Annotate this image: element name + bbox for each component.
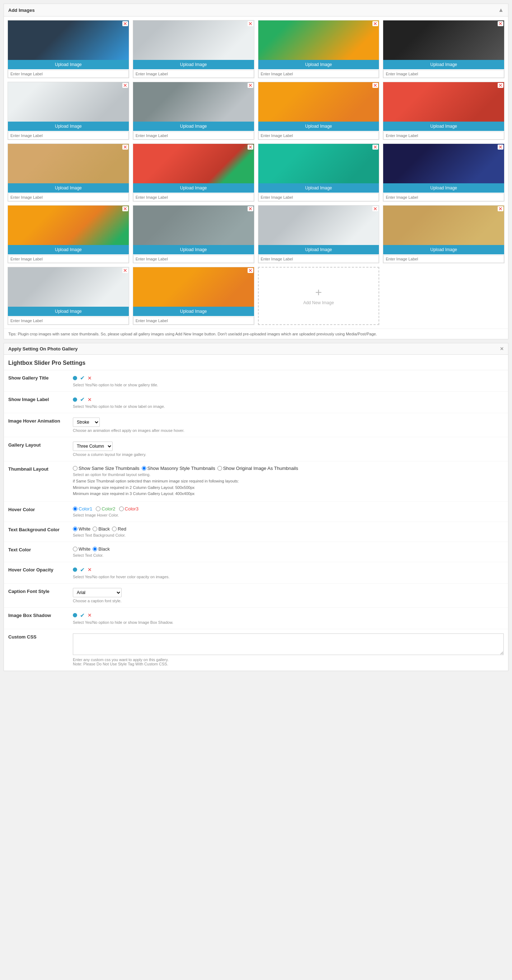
remove-image-button[interactable]: ✕ [248,21,253,26]
settings-select[interactable]: ArialGeorgiaVerdanaTimes New Roman [73,588,122,597]
remove-image-button[interactable]: ✕ [372,145,378,150]
thumbnail-radio-input[interactable] [142,466,146,471]
thumbnail-radio-option[interactable]: Show Original Image As Thumbnails [218,466,298,471]
yn-no-icon[interactable]: ✕ [87,567,92,573]
radio-input[interactable] [112,527,117,531]
image-cell: ✕ Upload Image [133,267,254,325]
yn-selected-dot[interactable] [73,398,77,402]
upload-image-button[interactable]: Upload Image [133,122,254,131]
image-label-input[interactable] [383,132,504,140]
hover-color-option[interactable]: Color2 [96,506,115,512]
yn-selected-dot[interactable] [73,568,77,572]
upload-image-button[interactable]: Upload Image [383,183,504,192]
remove-image-button[interactable]: ✕ [248,83,253,88]
yn-no-icon[interactable]: ✕ [87,612,92,618]
yn-yes-icon[interactable]: ✔ [80,374,85,381]
radio-input[interactable] [92,547,97,551]
settings-row: Text Color White Black Select Text Color… [4,542,508,562]
radio-input[interactable] [73,527,78,531]
image-label-input[interactable] [8,317,129,325]
radio-option[interactable]: Red [112,526,126,531]
image-label-input[interactable] [383,70,504,78]
yn-no-icon[interactable]: ✕ [87,375,92,381]
upload-image-button[interactable]: Upload Image [133,183,254,192]
image-label-input[interactable] [383,255,504,263]
yn-no-icon[interactable]: ✕ [87,397,92,402]
yn-yes-icon[interactable]: ✔ [80,396,85,403]
upload-image-button[interactable]: Upload Image [383,122,504,131]
hover-color-radio[interactable] [119,506,124,511]
remove-image-button[interactable]: ✕ [248,206,253,211]
settings-collapse[interactable]: ✕ [500,346,504,352]
remove-image-button[interactable]: ✕ [248,145,253,150]
upload-image-button[interactable]: Upload Image [8,245,129,255]
image-label-input[interactable] [383,193,504,201]
remove-image-button[interactable]: ✕ [372,206,378,211]
thumbnail-radio-option[interactable]: Show Masonry Style Thumbnails [142,466,215,471]
upload-image-button[interactable]: Upload Image [8,122,129,131]
image-label-input[interactable] [133,255,254,263]
yn-yes-icon[interactable]: ✔ [80,566,85,573]
image-label-input[interactable] [8,70,129,78]
upload-image-button[interactable]: Upload Image [133,307,254,316]
radio-option[interactable]: White [73,526,91,531]
upload-image-button[interactable]: Upload Image [258,183,379,192]
radio-option[interactable]: Black [92,546,110,552]
image-label-input[interactable] [133,317,254,325]
image-label-input[interactable] [133,70,254,78]
thumbnail-radio-input[interactable] [73,466,78,471]
radio-option[interactable]: Black [92,526,110,531]
upload-image-button[interactable]: Upload Image [258,245,379,255]
hover-color-option[interactable]: Color1 [73,506,92,512]
upload-image-button[interactable]: Upload Image [8,183,129,192]
upload-image-button[interactable]: Upload Image [383,245,504,255]
image-label-input[interactable] [258,70,379,78]
remove-image-button[interactable]: ✕ [122,145,128,150]
thumbnail-radio-option[interactable]: Show Same Size Thumbnails [73,466,140,471]
remove-image-button[interactable]: ✕ [498,206,503,211]
yn-selected-dot[interactable] [73,613,77,617]
settings-row-label: Caption Font Style [8,588,73,594]
settings-select[interactable]: StrokeFadeSlideBounce [73,418,100,427]
hover-color-radio[interactable] [96,506,100,511]
remove-image-button[interactable]: ✕ [372,83,378,88]
image-label-input[interactable] [8,255,129,263]
upload-image-button[interactable]: Upload Image [258,122,379,131]
remove-image-button[interactable]: ✕ [372,21,378,26]
upload-image-button[interactable]: Upload Image [8,307,129,316]
radio-input[interactable] [92,527,97,531]
remove-image-button[interactable]: ✕ [498,83,503,88]
remove-image-button[interactable]: ✕ [122,206,128,211]
settings-row-label: Gallery Layout [8,442,73,448]
image-label-input[interactable] [258,255,379,263]
upload-image-button[interactable]: Upload Image [383,60,504,69]
settings-select[interactable]: One ColumnTwo ColumnThree ColumnFour Col… [73,442,113,451]
image-label-input[interactable] [258,132,379,140]
upload-image-button[interactable]: Upload Image [8,60,129,69]
upload-image-button[interactable]: Upload Image [258,60,379,69]
add-new-image-cell[interactable]: + Add New Image [258,267,380,325]
remove-image-button[interactable]: ✕ [122,268,128,273]
thumbnail-radio-input[interactable] [218,466,222,471]
radio-option[interactable]: White [73,546,91,552]
remove-image-button[interactable]: ✕ [248,268,253,273]
upload-image-button[interactable]: Upload Image [133,60,254,69]
remove-image-button[interactable]: ✕ [122,21,128,26]
yn-selected-dot[interactable] [73,376,77,380]
image-label-input[interactable] [258,193,379,201]
hover-color-option[interactable]: Color3 [119,506,138,512]
remove-image-button[interactable]: ✕ [498,145,503,150]
settings-row: Show Image Label ✔ ✕ Select Yes/No optio… [4,392,508,413]
hover-color-radio[interactable] [73,506,78,511]
image-label-input[interactable] [8,132,129,140]
image-label-input[interactable] [133,193,254,201]
remove-image-button[interactable]: ✕ [122,83,128,88]
yn-yes-icon[interactable]: ✔ [80,612,85,619]
image-label-input[interactable] [133,132,254,140]
remove-image-button[interactable]: ✕ [498,21,503,26]
radio-input[interactable] [73,547,78,551]
image-label-input[interactable] [8,193,129,201]
custom-css-textarea[interactable] [73,633,504,655]
upload-image-button[interactable]: Upload Image [133,245,254,255]
add-images-collapse[interactable]: ▲ [498,7,504,13]
